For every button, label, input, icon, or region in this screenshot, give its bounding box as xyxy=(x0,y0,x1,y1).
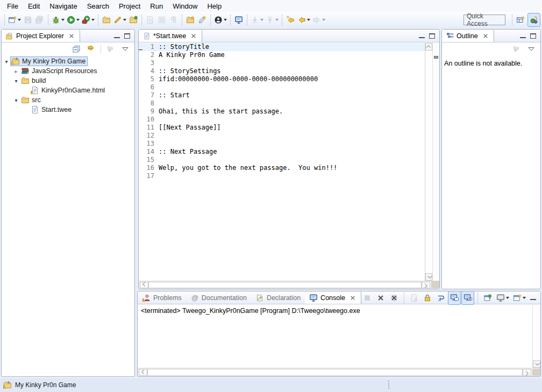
console-toolbar-open-console-button[interactable] xyxy=(512,291,527,304)
tree-item-kinkypr0ngame-html[interactable]: KinkyPr0nGame.html xyxy=(2,85,134,95)
tab-console[interactable]: Console xyxy=(305,291,361,304)
menu-item[interactable]: Run xyxy=(145,1,168,12)
view-toolbar-view-menu-button[interactable] xyxy=(104,42,116,55)
minimize-button[interactable] xyxy=(419,33,425,38)
editor-vertical-scrollbar[interactable] xyxy=(425,43,432,281)
menu-item[interactable]: Search xyxy=(82,1,114,12)
scroll-up-button[interactable] xyxy=(425,43,432,51)
console-vertical-scrollbar[interactable] xyxy=(532,305,540,368)
minimize-button[interactable] xyxy=(520,33,526,38)
editor-content[interactable]: 1 :: StoryTitle 2 A Kinky Pr0n Game 3 4 … xyxy=(139,43,425,281)
tree-item-src[interactable]: ▾ src xyxy=(2,95,134,105)
tree-twistie[interactable]: ▸ xyxy=(12,68,20,74)
tab-problems[interactable]: Problems xyxy=(138,291,186,304)
menu-item[interactable]: Project xyxy=(114,1,145,12)
perspective-javascript-perspective-button[interactable] xyxy=(528,13,540,26)
dropdown-arrow-icon[interactable] xyxy=(91,19,95,21)
tree-twistie[interactable]: ▾ xyxy=(3,59,10,65)
dropdown-arrow-icon[interactable] xyxy=(275,19,279,21)
tree-twistie[interactable]: ▾ xyxy=(12,97,20,103)
close-icon[interactable] xyxy=(482,32,489,40)
view-toolbar-view-dropdown-button[interactable] xyxy=(119,42,131,55)
minimize-button[interactable] xyxy=(530,295,536,300)
view-toolbar-view-menu-button[interactable] xyxy=(510,42,522,55)
toolbar-previous-annotation-button[interactable] xyxy=(265,13,280,26)
toolbar-external-tools-button[interactable] xyxy=(81,13,96,26)
toolbar-new-wizard-button[interactable] xyxy=(7,13,22,26)
console-toolbar-remove-launch-button[interactable] xyxy=(375,291,387,304)
toolbar-last-edit-location-button[interactable] xyxy=(284,13,296,26)
console-output[interactable]: <terminated> Tweego_KinkyPr0nGame [Progr… xyxy=(138,305,532,368)
maximize-button[interactable] xyxy=(540,295,541,301)
menu-item[interactable]: File xyxy=(2,1,23,12)
quick-access-box[interactable]: Quick Access xyxy=(463,15,505,25)
scroll-right-button[interactable] xyxy=(523,369,531,376)
maximize-button[interactable] xyxy=(530,33,536,39)
console-horizontal-scrollbar[interactable] xyxy=(138,368,540,376)
view-toolbar-collapse-all-button[interactable] xyxy=(70,42,82,55)
toolbar-new-style-wizard-button[interactable] xyxy=(196,13,208,26)
console-toolbar-pin-console-button[interactable] xyxy=(482,291,494,304)
tab-project-explorer[interactable]: Project Explorer xyxy=(2,30,80,42)
dropdown-arrow-icon[interactable] xyxy=(18,19,21,21)
toolbar-forward-button[interactable] xyxy=(311,13,326,26)
close-icon[interactable] xyxy=(190,32,197,40)
console-toolbar-word-wrap-button[interactable] xyxy=(435,291,447,304)
tab-declaration[interactable]: Declaration xyxy=(251,291,305,304)
toolbar-new-web-wizard-button[interactable] xyxy=(184,13,196,26)
menu-item[interactable]: Edit xyxy=(23,1,45,12)
toolbar-open-folder-button[interactable] xyxy=(101,13,112,26)
console-toolbar-display-console-button[interactable] xyxy=(495,291,510,304)
toolbar-new-folder-button[interactable] xyxy=(127,13,139,26)
toolbar-show-whitespace-button[interactable] xyxy=(168,13,180,26)
toolbar-preview-frame-button[interactable] xyxy=(156,13,168,26)
dropdown-arrow-icon[interactable] xyxy=(523,297,526,299)
toolbar-user-profile-button[interactable] xyxy=(213,13,228,26)
scroll-left-button[interactable] xyxy=(139,369,147,376)
tab-start-twee[interactable]: *Start.twee xyxy=(139,30,202,42)
close-icon[interactable] xyxy=(68,32,75,40)
annotation-marker[interactable] xyxy=(434,56,438,59)
toolbar-back-button[interactable] xyxy=(296,13,311,26)
console-toolbar-scroll-lock-button[interactable] xyxy=(422,291,433,304)
tree-item-build[interactable]: ▾ build xyxy=(2,76,134,85)
toolbar-debug-button[interactable] xyxy=(51,13,66,26)
menu-item[interactable]: Navigate xyxy=(45,1,82,12)
dropdown-arrow-icon[interactable] xyxy=(61,19,65,21)
dropdown-arrow-icon[interactable] xyxy=(322,19,325,21)
dropdown-arrow-icon[interactable] xyxy=(224,19,227,21)
dropdown-arrow-icon[interactable] xyxy=(506,297,509,299)
tree-item-start-twee[interactable]: Start.twee xyxy=(2,105,134,115)
menu-item[interactable]: Window xyxy=(168,1,202,12)
status-bar-drag-handle[interactable] xyxy=(388,381,389,389)
toolbar-save-all-button[interactable] xyxy=(34,13,46,26)
menu-item[interactable]: Help xyxy=(202,1,226,12)
tab-documentation[interactable]: Documentation xyxy=(186,291,251,304)
dropdown-arrow-icon[interactable] xyxy=(76,19,80,21)
console-toolbar-terminate-button[interactable] xyxy=(361,291,373,304)
tree-item-javascript-resources[interactable]: ▸ JavaScript Resources xyxy=(2,66,134,76)
console-toolbar-remove-all-terminated-button[interactable] xyxy=(388,291,400,304)
tree-twistie[interactable]: ▾ xyxy=(12,78,20,84)
view-toolbar-link-with-editor-button[interactable] xyxy=(85,42,97,55)
perspective-open-perspective-button[interactable] xyxy=(515,13,526,26)
toolbar-save-button[interactable] xyxy=(22,13,34,26)
dropdown-arrow-icon[interactable] xyxy=(307,19,310,21)
editor-horizontal-scrollbar[interactable] xyxy=(139,281,439,289)
scroll-left-button[interactable] xyxy=(140,282,148,288)
scroll-down-button[interactable] xyxy=(533,360,540,368)
minimize-button[interactable] xyxy=(114,33,120,38)
tree-item-my-kinky-pr0n-game[interactable]: ▾ My Kinky Pr0n Game xyxy=(2,56,134,66)
view-toolbar-view-dropdown-button[interactable] xyxy=(525,42,537,55)
toolbar-run-button[interactable] xyxy=(66,13,81,26)
toolbar-build-doc-button[interactable] xyxy=(144,13,156,26)
scroll-down-button[interactable] xyxy=(425,273,432,281)
toolbar-annotate-button[interactable] xyxy=(112,13,127,26)
console-toolbar-show-stdout-button[interactable] xyxy=(448,291,460,304)
tab-outline[interactable]: Outline xyxy=(442,30,494,42)
dropdown-arrow-icon[interactable] xyxy=(260,19,263,21)
maximize-button[interactable] xyxy=(429,33,435,39)
toolbar-next-annotation-button[interactable] xyxy=(249,13,265,26)
dropdown-arrow-icon[interactable] xyxy=(123,19,126,21)
maximize-button[interactable] xyxy=(124,33,130,39)
